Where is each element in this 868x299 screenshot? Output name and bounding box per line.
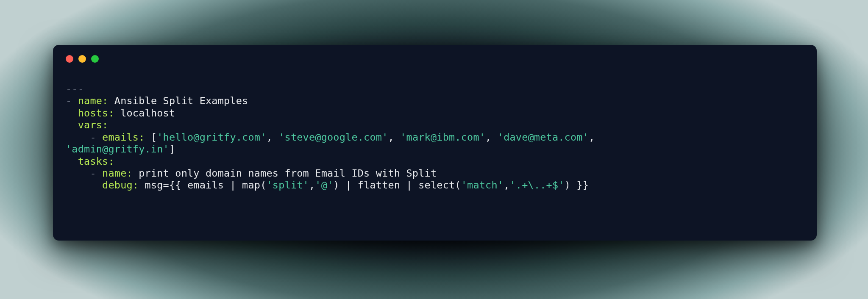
indent bbox=[66, 179, 102, 191]
str-match: 'match' bbox=[461, 179, 504, 191]
close-icon[interactable] bbox=[66, 55, 73, 63]
key-tasks: tasks: bbox=[78, 155, 114, 167]
dash: - bbox=[66, 131, 102, 143]
comma: , bbox=[309, 179, 315, 191]
indent bbox=[66, 119, 78, 131]
dash: - bbox=[66, 167, 102, 179]
comma: , bbox=[388, 131, 401, 143]
email-1: 'hello@gritfy.com' bbox=[157, 131, 266, 143]
bracket-open: [ bbox=[145, 131, 157, 143]
key-debug: debug: bbox=[102, 179, 139, 191]
yaml-dashes: --- bbox=[66, 83, 84, 95]
open-brace: {{ bbox=[169, 179, 187, 191]
indent bbox=[66, 155, 78, 167]
str-regex: '.+\..+$' bbox=[509, 179, 564, 191]
email-5: 'admin@gritfy.in' bbox=[66, 143, 169, 155]
pipe-map: | map( bbox=[224, 179, 266, 191]
email-2: 'steve@google.com' bbox=[278, 131, 388, 143]
key-name: name: bbox=[102, 167, 133, 179]
val-name1: Ansible Split Examples bbox=[108, 95, 248, 107]
comma: , bbox=[589, 131, 601, 143]
indent bbox=[66, 107, 78, 119]
window-titlebar bbox=[66, 55, 804, 63]
key-hosts: hosts: bbox=[78, 107, 114, 119]
key-name: name: bbox=[78, 95, 108, 107]
val-name2: print only domain names from Email IDs w… bbox=[133, 167, 437, 179]
key-emails: emails: bbox=[102, 131, 145, 143]
comma: , bbox=[504, 179, 509, 191]
comma: , bbox=[267, 131, 279, 143]
comma: , bbox=[485, 131, 498, 143]
bracket-close: ] bbox=[169, 143, 175, 155]
str-split: 'split' bbox=[267, 179, 309, 191]
close-paren: ) bbox=[565, 179, 570, 191]
msg-eq: msg= bbox=[139, 179, 169, 191]
pipe-flatten: | flatten | select( bbox=[339, 179, 461, 191]
email-3: 'mark@ibm.com' bbox=[400, 131, 485, 143]
code-window: --- - name: Ansible Split Examples hosts… bbox=[53, 45, 817, 241]
emails-var: emails bbox=[187, 179, 224, 191]
str-at: '@' bbox=[315, 179, 333, 191]
maximize-icon[interactable] bbox=[91, 55, 99, 63]
val-hosts: localhost bbox=[114, 107, 175, 119]
code-block: --- - name: Ansible Split Examples hosts… bbox=[66, 83, 804, 191]
close-brace: }} bbox=[570, 179, 589, 191]
key-vars: vars: bbox=[78, 119, 108, 131]
close-paren: ) bbox=[333, 179, 339, 191]
dash: - bbox=[66, 95, 78, 107]
minimize-icon[interactable] bbox=[78, 55, 86, 63]
email-4: 'dave@meta.com' bbox=[498, 131, 589, 143]
